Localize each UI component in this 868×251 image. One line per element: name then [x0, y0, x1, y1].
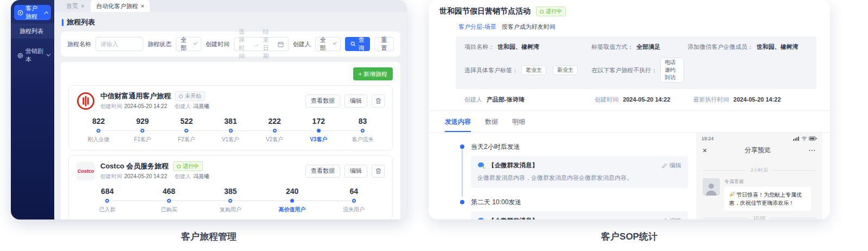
- sidebar-item-journey-list[interactable]: 旅程列表: [11, 23, 54, 39]
- phone-preview: 19:24 × 分享预览: [696, 133, 822, 219]
- sidebar-subitem-label: 旅程列表: [20, 27, 43, 35]
- status-label: 未开始: [185, 92, 201, 100]
- status-label: 进行中: [546, 8, 562, 15]
- date-start-placeholder: 选择时间: [239, 28, 250, 60]
- journey-step[interactable]: 929 F1客户: [120, 117, 164, 143]
- edit-label: 编辑: [669, 217, 681, 220]
- sidebar-item-marketing-script[interactable]: 营销剧本: [11, 47, 54, 64]
- close-icon[interactable]: ×: [81, 3, 84, 9]
- add-journey-button[interactable]: + 新增旅程: [353, 67, 393, 80]
- timeline-item: 第二天 10:00发送 【企微群发消息】 编辑: [460, 198, 688, 220]
- journey-step[interactable]: 468 已购买: [138, 187, 200, 214]
- view-data-button[interactable]: 查看数据: [305, 95, 340, 108]
- timeline-dot: [460, 145, 464, 149]
- tab-strip: 首页 × 自动化客户旅程 ×: [54, 0, 407, 12]
- costco-logo-text: Costco: [78, 168, 94, 174]
- journey-app-window: 客户旅程 旅程列表 营销剧本 首页 × 自动化客户旅程: [11, 0, 407, 219]
- edit-button[interactable]: 编辑: [344, 95, 367, 108]
- journey-step-active[interactable]: 172 V3客户: [297, 117, 341, 143]
- creator-select[interactable]: 全部: [315, 37, 341, 51]
- journey-name-input[interactable]: [95, 37, 143, 51]
- sidebar-item-customer-journey[interactable]: 客户旅程: [14, 5, 51, 20]
- journey-step[interactable]: 381 V1客户: [208, 117, 252, 143]
- section-accent-bar: [62, 19, 63, 26]
- message-bubble: 节日惊喜！为您献上专属优惠，庆祝佳节更嗨添欢乐！: [724, 187, 811, 211]
- last-exec-time: 最新执行时间2024-05-20 14:22: [693, 96, 816, 104]
- tab-detail[interactable]: 明细: [512, 117, 525, 132]
- phone-chat-area: 2小时后 专属客服 节日惊喜！为您献上专属优惠，庆祝佳节更嗨添欢乐！: [696, 158, 822, 219]
- status-label: 进行中: [183, 162, 199, 170]
- share-preview-title: 分享预览: [707, 146, 808, 155]
- journey-card-title: Costco 会员服务旅程: [100, 161, 169, 171]
- created-time: 创建时间2024-05-20 14:22: [100, 103, 167, 110]
- send-time: 第二天 10:00发送: [471, 198, 688, 207]
- journey-name-label: 旅程名称: [67, 40, 91, 48]
- tab-label: 自动化客户旅程: [96, 2, 138, 10]
- timeline-item: 当天2小时后发送 【企微群发消息】 编辑: [460, 142, 688, 198]
- sop-tabs: 发送内容 数据 明细: [429, 111, 830, 132]
- reset-button[interactable]: 重置: [374, 37, 394, 51]
- search-button[interactable]: 查询: [345, 37, 370, 51]
- sop-title: 世和园节假日营销节点活动: [439, 7, 531, 16]
- tab-data[interactable]: 数据: [485, 117, 498, 132]
- journey-main: 首页 × 自动化客户旅程 × 旅程列表 旅程名称 旅程状态 全部: [54, 0, 407, 219]
- delete-button[interactable]: [372, 95, 385, 108]
- avatar: [703, 178, 720, 196]
- chevron-up-icon: [44, 11, 49, 16]
- tag-chip: 老业主: [521, 65, 546, 75]
- more-icon[interactable]: ⋯: [808, 146, 816, 154]
- sop-app-window: 世和园节假日营销节点活动 进行中 客户分层-场景 按客户成为好友时间 项目名称：…: [429, 0, 830, 219]
- scene-link[interactable]: 客户分层-场景: [458, 23, 496, 31]
- message-card: 【企微群发消息】 编辑 企微群发消息内容，企微群发消息内容企微群发消息内容。: [471, 211, 688, 220]
- trash-icon: [375, 98, 381, 104]
- party-popper-icon: [729, 191, 735, 197]
- chevron-down-icon: [193, 41, 197, 45]
- journey-step[interactable]: 822 刚入企微: [76, 117, 120, 143]
- section-header: 旅程列表: [62, 17, 407, 27]
- journey-funnel: 822 刚入企微 929 F1客户 522 F2客户: [76, 117, 385, 143]
- phone-status-bar: 19:24: [696, 133, 822, 142]
- journey-status-select[interactable]: 全部: [176, 37, 201, 51]
- close-icon[interactable]: ×: [703, 146, 707, 155]
- close-icon[interactable]: ×: [141, 3, 144, 9]
- journey-step[interactable]: 385 复购用户: [200, 187, 261, 214]
- tab-send-content[interactable]: 发送内容: [445, 117, 471, 132]
- delete-button[interactable]: [372, 165, 385, 178]
- customer-tags: 选择具体客户标签： 老业主 新业主: [464, 58, 591, 83]
- phone-nav-bar: × 分享预览 ⋯: [696, 142, 822, 158]
- view-data-button[interactable]: 查看数据: [305, 165, 340, 178]
- created-time: 创建时间2024-05-20 14:22: [100, 173, 167, 180]
- edit-button[interactable]: 编辑: [344, 165, 367, 178]
- timeline-dot: [460, 200, 464, 204]
- message-title: 【企微群发消息】: [488, 161, 538, 170]
- date-range-picker[interactable]: 选择时间 → 结束日期: [234, 37, 289, 51]
- bubble-text: 节日惊喜！为您献上专属优惠，庆祝佳节更嗨添欢乐！: [729, 192, 802, 206]
- status-ring-icon: [540, 10, 544, 14]
- tab-home[interactable]: 首页 ×: [61, 0, 90, 12]
- select-value: 全部: [320, 36, 327, 52]
- pencil-icon: [662, 163, 667, 168]
- status-ring-icon: [177, 165, 181, 168]
- journey-step-active[interactable]: 240 高价值用户: [261, 187, 323, 214]
- search-button-label: 查询: [359, 36, 365, 52]
- tag-chip: 新业主: [553, 65, 578, 75]
- status-badge: 进行中: [536, 7, 566, 16]
- creator-filter-label: 创建人: [293, 40, 311, 48]
- select-value: 全部: [181, 36, 188, 52]
- journey-step[interactable]: 83 客户流失: [341, 117, 385, 143]
- edit-message-link[interactable]: 编辑: [662, 161, 681, 170]
- wecom-message-icon: [477, 162, 485, 169]
- journey-card-costco: Costco Costco 会员服务旅程 进行中 创: [68, 155, 393, 219]
- journey-step[interactable]: 222 V2客户: [253, 117, 297, 143]
- send-time: 当天2小时后发送: [471, 142, 688, 152]
- message-body: 企微群发消息内容，企微群发消息内容企微群发消息内容。: [477, 173, 681, 183]
- sidebar: 客户旅程 旅程列表 营销剧本: [11, 0, 54, 219]
- caption-journey-management: 客户旅程管理: [11, 230, 407, 243]
- journey-step[interactable]: 684 已入群: [76, 187, 138, 214]
- journey-step[interactable]: 522 F2客户: [164, 117, 208, 143]
- tab-automated-journey[interactable]: 自动化客户旅程 ×: [91, 0, 149, 12]
- sidebar-item-label: 客户旅程: [25, 4, 43, 21]
- filter-bar: 旅程名称 旅程状态 全部 创建时间 选择时间 → 结束日期 创建人: [61, 32, 400, 57]
- edit-message-link[interactable]: 编辑: [662, 217, 681, 220]
- journey-step[interactable]: 64 流失用户: [323, 187, 385, 214]
